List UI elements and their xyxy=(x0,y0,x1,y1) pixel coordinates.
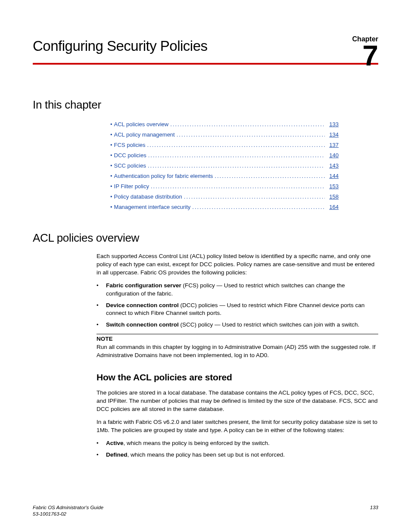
bullet-text: Active, which means the policy is being … xyxy=(106,439,378,448)
bullet-lead: Device connection control xyxy=(106,302,179,308)
toc-leader-dots xyxy=(184,192,325,202)
intro-paragraph: Each supported Access Control List (ACL)… xyxy=(97,252,378,277)
toc-heading: In this chapter xyxy=(33,98,378,112)
bullet-icon: • xyxy=(97,439,106,448)
bullet-icon: • xyxy=(110,150,112,161)
state-bullet-list: • Active, which means the policy is bein… xyxy=(97,439,378,459)
list-item: • Active, which means the policy is bein… xyxy=(97,439,378,448)
toc-item: • Management interface security 164 xyxy=(110,202,339,212)
bullet-rest: , which means the policy has been set up… xyxy=(128,451,285,458)
bullet-rest: (SCC) policy — Used to restrict which sw… xyxy=(179,321,359,328)
footer-title: Fabric OS Administrator's Guide xyxy=(33,504,103,511)
chapter-title: Configuring Security Policies xyxy=(33,38,208,60)
bullet-icon: • xyxy=(110,202,112,212)
section-heading-acl-overview: ACL policies overview xyxy=(33,231,378,245)
toc-page-link[interactable]: 133 xyxy=(327,119,339,130)
policy-bullet-list: • Fabric configuration server (FCS) poli… xyxy=(97,282,378,329)
list-item: • Device connection control (DCC) polici… xyxy=(97,302,378,317)
toc-item: • FCS policies 137 xyxy=(110,140,339,150)
page-footer: Fabric OS Administrator's Guide 53-10017… xyxy=(33,504,378,517)
note-divider xyxy=(97,334,378,334)
note-text: Run all commands in this chapter by logg… xyxy=(97,343,378,359)
bullet-icon: • xyxy=(110,140,112,150)
section-body: Each supported Access Control List (ACL)… xyxy=(97,252,378,459)
list-item: • Switch connection control (SCC) policy… xyxy=(97,321,378,329)
toc-page-link[interactable]: 153 xyxy=(327,181,339,192)
chapter-divider xyxy=(33,63,378,65)
toc-link[interactable]: ACL policy management xyxy=(114,130,175,140)
toc-link[interactable]: Authentication policy for fabric element… xyxy=(114,171,213,181)
footer-docnum: 53-1001763-02 xyxy=(33,511,103,517)
bullet-icon: • xyxy=(110,161,112,171)
bullet-text: Device connection control (DCC) policies… xyxy=(106,302,378,317)
bullet-icon: • xyxy=(97,321,106,329)
toc-page-link[interactable]: 144 xyxy=(327,171,339,181)
bullet-lead: Fabric configuration server xyxy=(106,282,181,289)
toc-page-link[interactable]: 158 xyxy=(327,192,339,202)
toc-leader-dots xyxy=(147,140,325,150)
toc-link[interactable]: FCS policies xyxy=(114,140,146,150)
list-item: • Defined, which means the policy has be… xyxy=(97,451,378,459)
chapter-number: 7 xyxy=(362,40,378,72)
bullet-icon: • xyxy=(97,282,106,298)
bullet-text: Switch connection control (SCC) policy —… xyxy=(106,321,378,329)
toc-item: • ACL policies overview 133 xyxy=(110,119,339,130)
toc-leader-dots xyxy=(148,161,325,171)
chapter-header: Chapter Configuring Security Policies 7 xyxy=(33,38,378,60)
bullet-icon: • xyxy=(97,451,106,459)
toc-leader-dots xyxy=(192,202,325,212)
toc-page-link[interactable]: 140 xyxy=(327,150,339,161)
bullet-icon: • xyxy=(110,171,112,181)
bullet-icon: • xyxy=(110,192,112,202)
paragraph: In a fabric with Fabric OS v6.2.0 and la… xyxy=(97,418,378,434)
toc-leader-dots xyxy=(215,171,325,181)
list-item: • Fabric configuration server (FCS) poli… xyxy=(97,282,378,298)
subsection-heading-storage: How the ACL policies are stored xyxy=(97,371,378,384)
bullet-icon: • xyxy=(110,119,112,130)
toc-item: • DCC policies 140 xyxy=(110,150,339,161)
bullet-lead: Defined xyxy=(106,451,128,458)
toc-leader-dots xyxy=(170,119,325,130)
toc-item: • IP Filter policy 153 xyxy=(110,181,339,192)
toc-list: • ACL policies overview 133 • ACL policy… xyxy=(110,119,339,212)
toc-page-link[interactable]: 164 xyxy=(327,202,339,212)
bullet-text: Fabric configuration server (FCS) policy… xyxy=(106,282,378,298)
toc-link[interactable]: DCC policies xyxy=(114,150,146,161)
toc-link[interactable]: Management interface security xyxy=(114,202,191,212)
bullet-icon: • xyxy=(97,302,106,317)
bullet-text: Defined, which means the policy has been… xyxy=(106,451,378,459)
toc-page-link[interactable]: 137 xyxy=(327,140,339,150)
footer-page-number: 133 xyxy=(370,504,378,517)
footer-left: Fabric OS Administrator's Guide 53-10017… xyxy=(33,504,103,517)
toc-page-link[interactable]: 143 xyxy=(327,161,339,171)
toc-item: • Policy database distribution 158 xyxy=(110,192,339,202)
paragraph: The policies are stored in a local datab… xyxy=(97,389,378,413)
toc-leader-dots xyxy=(148,150,325,161)
toc-link[interactable]: Policy database distribution xyxy=(114,192,182,202)
bullet-lead: Switch connection control xyxy=(106,321,179,328)
toc-link[interactable]: IP Filter policy xyxy=(114,181,149,192)
note-label: NOTE xyxy=(97,335,378,343)
toc-item: • Authentication policy for fabric eleme… xyxy=(110,171,339,181)
toc-link[interactable]: ACL policies overview xyxy=(114,119,169,130)
bullet-icon: • xyxy=(110,181,112,192)
toc-leader-dots xyxy=(177,130,325,140)
toc-leader-dots xyxy=(151,181,325,192)
bullet-lead: Active xyxy=(106,440,124,446)
toc-item: • ACL policy management 134 xyxy=(110,130,339,140)
toc-item: • SCC policies 143 xyxy=(110,161,339,171)
bullet-rest: , which means the policy is being enforc… xyxy=(124,440,270,446)
chapter-number-wrap: 7 xyxy=(362,41,378,70)
bullet-icon: • xyxy=(110,130,112,140)
toc-page-link[interactable]: 134 xyxy=(327,130,339,140)
toc-link[interactable]: SCC policies xyxy=(114,161,146,171)
